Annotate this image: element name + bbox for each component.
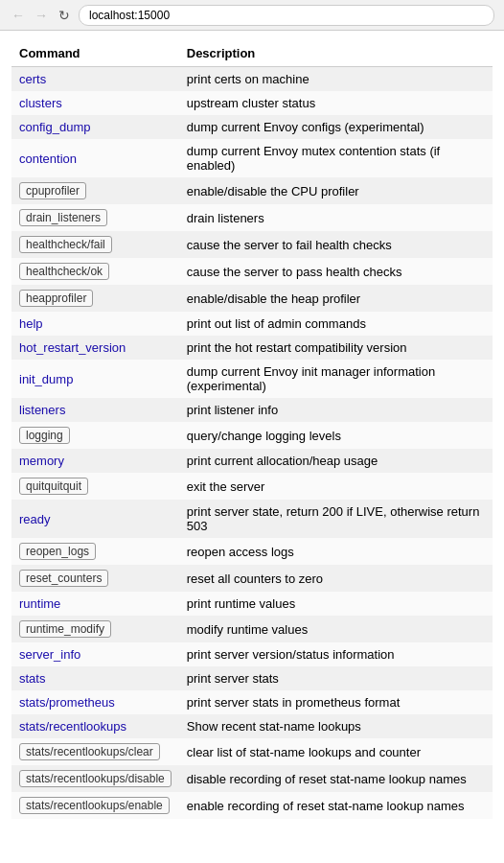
address-bar[interactable] bbox=[79, 5, 494, 26]
command-cell: hot_restart_version bbox=[11, 336, 179, 360]
command-cell: reopen_logs bbox=[11, 538, 179, 565]
command-button-tag[interactable]: reset_counters bbox=[19, 570, 108, 587]
description-cell: enable/disable the CPU profiler bbox=[179, 177, 493, 204]
main-content: Command Description certsprint certs on … bbox=[0, 31, 504, 828]
command-cell: healthcheck/fail bbox=[11, 231, 179, 258]
description-cell: drain listeners bbox=[179, 204, 493, 231]
description-cell: print out list of admin commands bbox=[179, 312, 493, 336]
description-cell: enable recording of reset stat-name look… bbox=[179, 792, 493, 819]
command-cell: stats/recentlookups bbox=[11, 714, 179, 738]
table-row: helpprint out list of admin commands bbox=[11, 312, 493, 336]
description-cell: print runtime values bbox=[179, 592, 493, 616]
command-cell: cpuprofiler bbox=[11, 177, 179, 204]
description-cell: Show recent stat-name lookups bbox=[179, 714, 493, 738]
description-cell: reset all counters to zero bbox=[179, 565, 493, 592]
forward-button[interactable]: → bbox=[33, 7, 50, 24]
command-link[interactable]: contention bbox=[19, 152, 77, 166]
commands-table: Command Description certsprint certs on … bbox=[11, 40, 493, 819]
command-button-tag[interactable]: healthcheck/ok bbox=[19, 263, 109, 280]
table-row: drain_listenersdrain listeners bbox=[11, 204, 493, 231]
command-link[interactable]: runtime bbox=[19, 596, 60, 611]
description-cell: query/change logging levels bbox=[179, 422, 493, 449]
command-link[interactable]: help bbox=[19, 316, 43, 331]
command-link[interactable]: stats/prometheus bbox=[19, 695, 115, 710]
command-button-tag[interactable]: healthcheck/fail bbox=[19, 236, 112, 253]
command-link[interactable]: stats/recentlookups bbox=[19, 719, 126, 734]
table-row: hot_restart_versionprint the hot restart… bbox=[11, 336, 493, 360]
command-button-tag[interactable]: stats/recentlookups/clear bbox=[19, 743, 160, 760]
command-link[interactable]: listeners bbox=[19, 403, 65, 417]
command-button-tag[interactable]: stats/recentlookups/enable bbox=[19, 797, 170, 814]
refresh-button[interactable]: ↻ bbox=[56, 7, 73, 24]
description-cell: print server stats bbox=[179, 666, 493, 690]
description-cell: upstream cluster status bbox=[179, 91, 493, 115]
description-cell: dump current Envoy configs (experimental… bbox=[179, 115, 493, 139]
command-link[interactable]: config_dump bbox=[19, 120, 90, 134]
command-button-tag[interactable]: logging bbox=[19, 427, 70, 444]
command-cell: stats/prometheus bbox=[11, 690, 179, 714]
command-button-tag[interactable]: drain_listeners bbox=[19, 209, 107, 226]
command-button-tag[interactable]: heapprofiler bbox=[19, 290, 93, 307]
table-row: stats/recentlookups/clearclear list of s… bbox=[11, 738, 493, 765]
description-cell: print server stats in prometheus format bbox=[179, 690, 493, 714]
command-button-tag[interactable]: quitquitquit bbox=[19, 478, 88, 495]
description-cell: print the hot restart compatibility vers… bbox=[179, 336, 493, 360]
description-cell: print certs on machine bbox=[179, 67, 493, 92]
command-button-tag[interactable]: stats/recentlookups/disable bbox=[19, 770, 172, 787]
description-cell: disable recording of reset stat-name loo… bbox=[179, 765, 493, 792]
col-command-header: Command bbox=[11, 40, 179, 67]
table-row: statsprint server stats bbox=[11, 666, 493, 690]
description-cell: print listener info bbox=[179, 398, 493, 422]
command-cell: listeners bbox=[11, 398, 179, 422]
command-link[interactable]: memory bbox=[19, 454, 64, 468]
table-row: runtimeprint runtime values bbox=[11, 592, 493, 616]
command-link[interactable]: server_info bbox=[19, 647, 80, 662]
command-cell: memory bbox=[11, 449, 179, 473]
back-button[interactable]: ← bbox=[10, 7, 27, 24]
col-description-header: Description bbox=[179, 40, 493, 67]
command-button-tag[interactable]: runtime_modify bbox=[19, 620, 111, 638]
table-header-row: Command Description bbox=[11, 40, 493, 67]
table-row: server_infoprint server version/status i… bbox=[11, 642, 493, 666]
command-cell: stats bbox=[11, 666, 179, 690]
command-button-tag[interactable]: cpuprofiler bbox=[19, 182, 86, 199]
command-cell: server_info bbox=[11, 642, 179, 666]
command-link[interactable]: hot_restart_version bbox=[19, 340, 126, 355]
table-row: certsprint certs on machine bbox=[11, 67, 493, 92]
table-row: clustersupstream cluster status bbox=[11, 91, 493, 115]
browser-toolbar: ← → ↻ bbox=[0, 0, 504, 31]
command-cell: config_dump bbox=[11, 115, 179, 139]
table-row: contentiondump current Envoy mutex conte… bbox=[11, 139, 493, 177]
table-row: reset_countersreset all counters to zero bbox=[11, 565, 493, 592]
description-cell: exit the server bbox=[179, 473, 493, 500]
command-link[interactable]: stats bbox=[19, 671, 45, 686]
command-button-tag[interactable]: reopen_logs bbox=[19, 543, 96, 560]
table-row: stats/recentlookupsShow recent stat-name… bbox=[11, 714, 493, 738]
command-cell: clusters bbox=[11, 91, 179, 115]
command-link[interactable]: init_dump bbox=[19, 372, 73, 386]
command-cell: healthcheck/ok bbox=[11, 258, 179, 285]
command-cell: stats/recentlookups/enable bbox=[11, 792, 179, 819]
table-row: stats/prometheusprint server stats in pr… bbox=[11, 690, 493, 714]
command-cell: contention bbox=[11, 139, 179, 177]
table-row: reopen_logsreopen access logs bbox=[11, 538, 493, 565]
description-cell: print server state, return 200 if LIVE, … bbox=[179, 500, 493, 538]
table-row: init_dumpdump current Envoy init manager… bbox=[11, 360, 493, 398]
description-cell: cause the server to fail health checks bbox=[179, 231, 493, 258]
command-link[interactable]: certs bbox=[19, 72, 46, 86]
description-cell: dump current Envoy mutex contention stat… bbox=[179, 139, 493, 177]
command-link[interactable]: clusters bbox=[19, 96, 62, 110]
command-cell: drain_listeners bbox=[11, 204, 179, 231]
command-cell: logging bbox=[11, 422, 179, 449]
command-cell: init_dump bbox=[11, 360, 179, 398]
command-link[interactable]: ready bbox=[19, 512, 51, 526]
table-row: config_dumpdump current Envoy configs (e… bbox=[11, 115, 493, 139]
command-cell: stats/recentlookups/disable bbox=[11, 765, 179, 792]
table-row: listenersprint listener info bbox=[11, 398, 493, 422]
table-row: healthcheck/failcause the server to fail… bbox=[11, 231, 493, 258]
description-cell: print current allocation/heap usage bbox=[179, 449, 493, 473]
command-cell: ready bbox=[11, 500, 179, 538]
description-cell: enable/disable the heap profiler bbox=[179, 285, 493, 312]
command-cell: heapprofiler bbox=[11, 285, 179, 312]
table-row: stats/recentlookups/enableenable recordi… bbox=[11, 792, 493, 819]
